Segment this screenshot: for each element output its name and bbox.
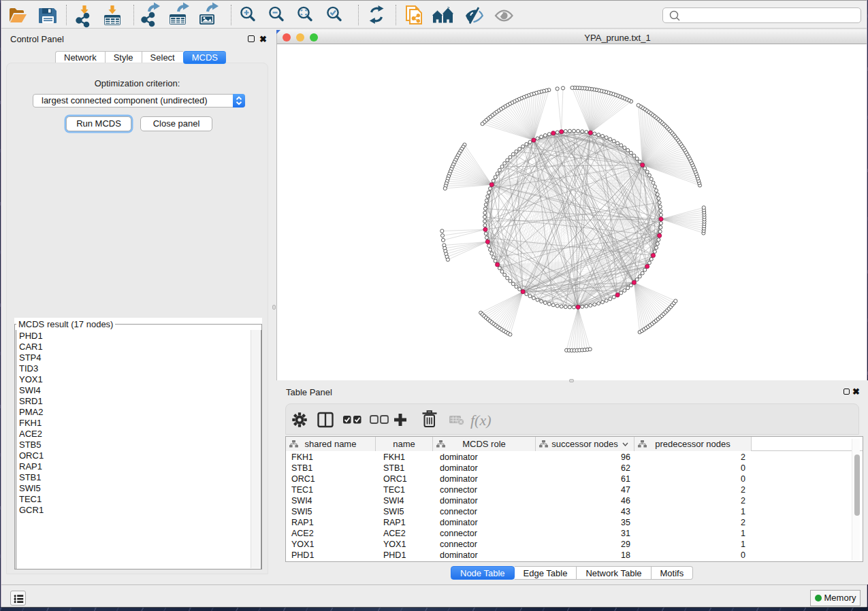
svg-text:f(x): f(x) (470, 412, 492, 429)
